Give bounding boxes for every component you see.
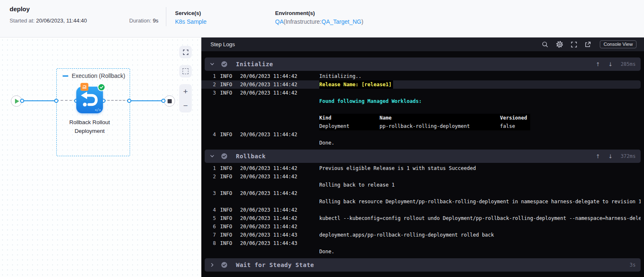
log-message: Rolling back resource Deployment/pp-roll… <box>319 197 641 206</box>
log-row[interactable]: 3INFO20/06/2023 11:44:42 <box>201 189 641 197</box>
log-level <box>220 197 238 206</box>
step-node-label: Rollback Rollout Deployment <box>52 118 127 135</box>
log-message: Kind Name Versioned <box>319 114 530 122</box>
pipeline-title: deploy <box>10 5 30 12</box>
log-timestamp: 20/06/2023 11:44:42 <box>240 89 319 97</box>
log-line-number <box>201 105 216 114</box>
chevron-right-icon[interactable] <box>210 262 216 267</box>
scroll-to-bottom-icon[interactable]: ↓ <box>608 61 613 67</box>
log-message: Initializing.. <box>319 72 641 80</box>
end-node[interactable] <box>164 95 175 107</box>
log-message <box>319 89 641 97</box>
log-timestamp: 20/06/2023 11:44:42 <box>240 214 319 222</box>
log-row[interactable]: 6INFO20/06/2023 11:44:42 <box>201 222 641 231</box>
log-message: kubectl --kubeconfig=config rollout undo… <box>319 214 641 222</box>
connector-dot <box>20 99 24 103</box>
edge-stage-to-end <box>129 100 163 101</box>
scroll-to-top-icon[interactable]: ↑ <box>596 153 600 160</box>
open-in-new-icon[interactable] <box>584 41 591 48</box>
log-row[interactable]: 7INFO20/06/2023 11:44:43deployment.apps/… <box>201 231 641 239</box>
canvas-fullscreen-button[interactable] <box>179 46 192 58</box>
log-row[interactable]: 3INFO20/06/2023 11:44:42 <box>201 89 641 97</box>
log-level <box>220 122 238 130</box>
log-row[interactable]: Done. <box>201 139 641 147</box>
log-message <box>319 206 641 214</box>
chevron-down-icon[interactable] <box>210 62 216 67</box>
log-row[interactable]: 8INFO20/06/2023 11:44:43 <box>201 239 641 247</box>
log-row[interactable]: 2INFO20/06/2023 11:44:42Release Name: [r… <box>201 80 641 89</box>
log-message <box>319 172 641 181</box>
zoom-in-button[interactable]: + <box>183 87 188 95</box>
environments-block: Environment(s) QA(Infrastructure:QA_Targ… <box>275 10 363 25</box>
log-section-rollback: Rollback↑↓372ms1INFO20/06/2023 11:44:42P… <box>201 150 641 257</box>
log-line-number: 2 <box>201 80 216 89</box>
log-row[interactable]: Kind Name Versioned <box>201 114 641 122</box>
infrastructure-prefix: (Infrastructure: <box>283 18 321 25</box>
log-timestamp <box>240 105 319 114</box>
log-level: INFO <box>220 222 238 231</box>
step-node-rollback-rollout-deployment[interactable]: </> <box>76 87 103 113</box>
log-message <box>319 130 641 139</box>
environment-link[interactable]: QA <box>275 18 283 25</box>
log-line-number <box>201 139 216 147</box>
execution-header: deploy Started at: 20/06/2023, 11:44:40 … <box>0 0 644 37</box>
console-view-button[interactable]: Console View <box>600 40 636 48</box>
duration: Duration: 9s <box>129 17 158 24</box>
log-message: Done. <box>319 247 641 256</box>
log-timestamp <box>240 181 319 189</box>
log-row[interactable]: 4INFO20/06/2023 11:44:42 <box>201 206 641 214</box>
log-row[interactable]: 5INFO20/06/2023 11:44:42kubectl --kubeco… <box>201 214 641 222</box>
log-timestamp: 20/06/2023 11:44:42 <box>240 80 319 89</box>
log-section-header-wait-for-steady-state[interactable]: Wait for Steady State3s <box>205 258 641 272</box>
log-timestamp <box>240 122 319 130</box>
log-row[interactable]: 1INFO20/06/2023 11:44:42Previous eligibl… <box>201 164 641 172</box>
chevron-down-icon[interactable] <box>210 154 216 159</box>
search-icon[interactable] <box>541 41 549 48</box>
log-timestamp <box>240 247 319 256</box>
fullscreen-icon <box>183 50 188 54</box>
collapse-stage-icon[interactable] <box>63 75 68 77</box>
section-duration: 285ms <box>621 61 636 67</box>
log-message: Rolling back to release 1 <box>319 181 641 189</box>
duration-value: 9s <box>153 17 158 24</box>
log-section-title: Wait for Steady State <box>236 262 314 268</box>
log-row[interactable]: Found following Managed Workloads: <box>201 97 641 105</box>
log-line-number <box>201 247 216 256</box>
service-link[interactable]: K8s Sample <box>175 18 206 25</box>
started-at: Started at: 20/06/2023, 11:44:40 <box>10 17 87 24</box>
log-sections: Initialize↑↓285ms1INFO20/06/2023 11:44:4… <box>201 51 644 272</box>
connector-dot <box>127 99 131 103</box>
log-line-number <box>201 97 216 105</box>
log-line-number <box>201 122 216 130</box>
log-section-header-initialize[interactable]: Initialize↑↓285ms <box>205 57 641 71</box>
infrastructure-link[interactable]: QA_Target_NG <box>321 18 361 25</box>
scroll-to-top-icon[interactable]: ↑ <box>596 61 600 67</box>
section-duration: 372ms <box>621 153 636 159</box>
log-level <box>220 105 238 114</box>
canvas-marquee-select-button[interactable] <box>179 65 192 77</box>
log-row[interactable]: 4INFO20/06/2023 11:44:42 <box>201 130 641 139</box>
log-line-number: 8 <box>201 239 216 247</box>
log-row[interactable]: Done. <box>201 247 641 256</box>
status-success-icon <box>221 61 228 67</box>
edge-start-to-stage <box>22 100 56 101</box>
duration-label: Duration: <box>129 17 151 24</box>
log-section-wait-for-steady-state: Wait for Steady State3s <box>201 258 641 272</box>
log-row[interactable]: 2INFO20/06/2023 11:44:42 <box>201 172 641 181</box>
log-row[interactable]: 1INFO20/06/2023 11:44:42Initializing.. <box>201 72 641 80</box>
log-row[interactable]: Rolling back resource Deployment/pp-roll… <box>201 197 641 206</box>
log-section-title: Rollback <box>236 153 266 160</box>
gear-icon[interactable] <box>556 40 564 48</box>
expand-logs-icon[interactable] <box>571 41 577 48</box>
log-row[interactable]: Rolling back to release 1 <box>201 181 641 189</box>
log-timestamp: 20/06/2023 11:44:42 <box>240 189 319 197</box>
stage-label[interactable]: Execution (Rollback) <box>63 72 125 79</box>
log-row[interactable] <box>201 105 641 114</box>
scroll-to-bottom-icon[interactable]: ↓ <box>608 153 613 160</box>
log-section-header-rollback[interactable]: Rollback↑↓372ms <box>205 150 641 163</box>
log-line-number <box>201 114 216 122</box>
zoom-out-button[interactable]: − <box>183 102 188 110</box>
pipeline-canvas[interactable]: Execution (Rollback) </> <box>0 37 201 277</box>
canvas-zoom-controls: + − <box>179 84 192 112</box>
log-row[interactable]: Deployment pp-rollback-rolling-deploymen… <box>201 122 641 130</box>
